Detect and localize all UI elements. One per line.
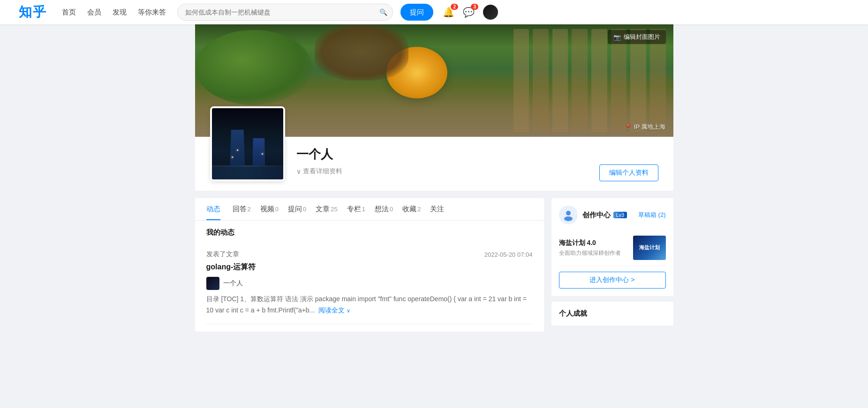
notification-icon-btn[interactable]: 🔔 2 xyxy=(443,7,454,18)
profile-area: 一个人 ∨ 查看详细资料 编辑个人资料 xyxy=(195,137,673,191)
feed-item-meta: 发表了文章 2022-05-20 07:04 xyxy=(206,250,533,259)
chevron-down-small-icon: ∨ xyxy=(347,308,350,313)
read-more-link[interactable]: 阅读全文 ∨ xyxy=(318,306,350,314)
creation-center-label: 创作中心 xyxy=(582,211,611,220)
location-icon: 📍 xyxy=(625,124,632,131)
tab-questions[interactable]: 提问0 xyxy=(283,198,311,220)
tab-columns[interactable]: 专栏1 xyxy=(342,198,370,220)
tabs-bar: 动态 回答2 视频0 提问0 文章25 专栏1 xyxy=(195,198,544,221)
nav-links: 首页 会员 发现 等你来答 xyxy=(62,8,166,17)
creation-level-badge: Lv3 xyxy=(613,212,627,218)
search-input[interactable] xyxy=(177,4,393,21)
feed-article-title[interactable]: golang-运算符 xyxy=(206,262,533,272)
feed-column: 动态 回答2 视频0 提问0 文章25 专栏1 xyxy=(195,198,544,332)
feed-section: 我的动态 发表了文章 2022-05-20 07:04 golang-运算符 一… xyxy=(195,221,544,332)
page-wrapper: 📷 编辑封面图片 📍 IP 属地上海 xyxy=(195,24,673,332)
feed-section-title: 我的动态 xyxy=(206,228,533,237)
feed-timestamp: 2022-05-20 07:04 xyxy=(484,251,533,258)
edit-cover-button[interactable]: 📷 编辑封面图片 xyxy=(608,30,666,44)
camera-icon: 📷 xyxy=(613,34,621,41)
ip-location-text: IP 属地上海 xyxy=(634,123,666,131)
creation-user-avatar xyxy=(559,206,578,224)
tab-questions-count: 0 xyxy=(303,206,306,213)
sidebar-column: 创作中心 Lv3 草稿箱 (2) 海盐计划 4.0 全面助力领域深耕创作者 海盐… xyxy=(551,198,673,326)
profile-name: 一个人 xyxy=(296,146,647,163)
feed-author-avatar xyxy=(206,277,219,290)
creation-plan-info: 海盐计划 4.0 全面助力领域深耕创作者 xyxy=(559,239,627,257)
search-icon[interactable]: 🔍 xyxy=(379,8,387,16)
tab-answers-count: 2 xyxy=(248,206,251,213)
tab-following[interactable]: 关注 xyxy=(425,198,449,220)
navbar: 知乎 首页 会员 发现 等你来答 🔍 提问 🔔 2 💬 3 xyxy=(0,0,868,24)
tab-collections-count: 2 xyxy=(417,206,421,213)
tab-answers[interactable]: 回答2 xyxy=(228,198,256,220)
nav-link-member[interactable]: 会员 xyxy=(87,8,101,17)
ip-location: 📍 IP 属地上海 xyxy=(625,123,666,131)
nav-icons: 🔔 2 💬 3 xyxy=(443,5,498,20)
feed-action-label: 发表了文章 xyxy=(206,250,239,259)
creation-plan-row: 海盐计划 4.0 全面助力领域深耕创作者 海盐计划 xyxy=(559,230,666,266)
tab-thoughts[interactable]: 想法0 xyxy=(370,198,398,220)
profile-avatar xyxy=(210,106,285,181)
tab-videos[interactable]: 视频0 xyxy=(256,198,283,220)
detail-link-text: 查看详细资料 xyxy=(303,167,342,176)
nav-link-home[interactable]: 首页 xyxy=(62,8,76,17)
feed-item: 发表了文章 2022-05-20 07:04 golang-运算符 一个人 目录… xyxy=(206,243,533,324)
plan-image-text: 海盐计划 xyxy=(639,244,660,251)
feed-excerpt: 目录 [TOC] 1、算数运算符 语法 演示 package main impo… xyxy=(206,294,533,316)
svg-point-0 xyxy=(566,211,571,215)
tab-videos-count: 0 xyxy=(275,206,279,213)
creation-header: 创作中心 Lv3 草稿箱 (2) xyxy=(559,206,666,224)
tab-thoughts-count: 0 xyxy=(390,206,393,213)
enter-creation-center-button[interactable]: 进入创作中心 > xyxy=(559,272,666,289)
draft-box-link[interactable]: 草稿箱 (2) xyxy=(638,211,666,219)
leaf-right xyxy=(315,24,408,81)
tab-articles-count: 25 xyxy=(331,206,337,213)
creation-center-card: 创作中心 Lv3 草稿箱 (2) 海盐计划 4.0 全面助力领域深耕创作者 海盐… xyxy=(551,198,673,296)
creation-title-area: 创作中心 Lv3 xyxy=(582,211,634,220)
nav-link-discover[interactable]: 发现 xyxy=(113,8,127,17)
message-badge: 3 xyxy=(471,4,478,10)
edit-cover-label: 编辑封面图片 xyxy=(624,33,660,41)
user-avatar[interactable] xyxy=(483,5,498,20)
chevron-down-icon: ∨ xyxy=(296,168,301,175)
feed-author-name[interactable]: 一个人 xyxy=(223,279,243,288)
creation-plan-image: 海盐计划 xyxy=(633,236,666,260)
message-icon-btn[interactable]: 💬 3 xyxy=(463,7,475,18)
user-silhouette-icon xyxy=(562,209,574,221)
edit-profile-button[interactable]: 编辑个人资料 xyxy=(599,164,658,181)
achievement-title: 个人成就 xyxy=(559,309,666,318)
tab-activity[interactable]: 动态 xyxy=(199,198,228,220)
tab-columns-count: 1 xyxy=(362,206,365,213)
ask-button[interactable]: 提问 xyxy=(400,4,433,21)
profile-top: 一个人 ∨ 查看详细资料 xyxy=(210,137,658,181)
site-logo[interactable]: 知乎 xyxy=(19,3,47,21)
nav-search-box: 🔍 xyxy=(177,4,393,21)
profile-detail-link[interactable]: ∨ 查看详细资料 xyxy=(296,167,647,176)
creation-plan-subtitle: 全面助力领域深耕创作者 xyxy=(559,249,627,257)
main-content: 动态 回答2 视频0 提问0 文章25 专栏1 xyxy=(195,191,673,332)
svg-point-1 xyxy=(564,216,573,221)
feed-author-row: 一个人 xyxy=(206,277,533,290)
notification-badge: 2 xyxy=(451,4,458,10)
leaf-left xyxy=(195,30,312,105)
creation-plan-title: 海盐计划 4.0 xyxy=(559,239,627,247)
tab-collections[interactable]: 收藏2 xyxy=(398,198,425,220)
feed-excerpt-text: 目录 [TOC] 1、算数运算符 语法 演示 package main impo… xyxy=(206,295,527,314)
achievement-card: 个人成就 xyxy=(551,302,673,326)
tab-articles[interactable]: 文章25 xyxy=(311,198,342,220)
nav-link-waiting[interactable]: 等你来答 xyxy=(138,8,166,17)
